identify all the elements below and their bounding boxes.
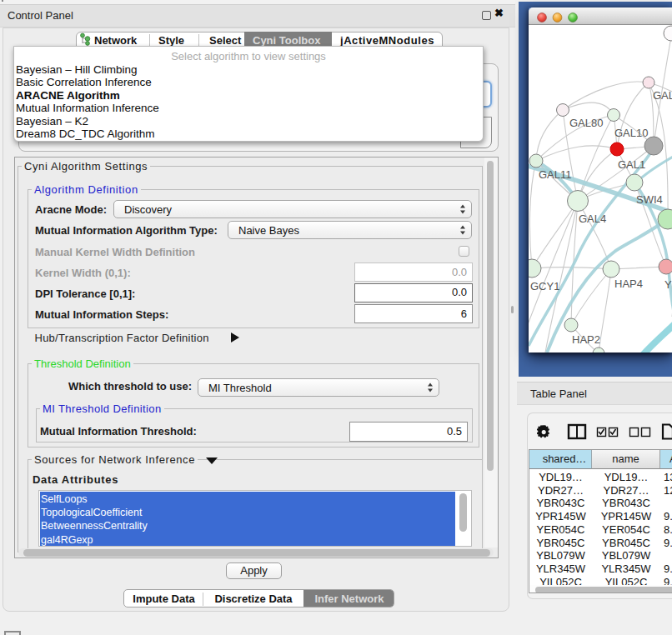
svg-text:GAL4: GAL4	[579, 212, 606, 225]
svg-text:HAP2: HAP2	[572, 333, 600, 346]
svg-text:GAL1: GAL1	[618, 158, 645, 171]
svg-text:Y: Y	[664, 278, 672, 291]
svg-text:GCY1: GCY1	[530, 280, 559, 292]
svg-text:GAL80: GAL80	[569, 117, 603, 129]
svg-text:GAL10: GAL10	[614, 127, 648, 139]
svg-text:HAP4: HAP4	[614, 278, 643, 290]
svg-text:SWI4: SWI4	[636, 193, 663, 206]
svg-text:GAL2: GAL2	[653, 89, 672, 102]
svg-text:GAL11: GAL11	[539, 168, 572, 181]
